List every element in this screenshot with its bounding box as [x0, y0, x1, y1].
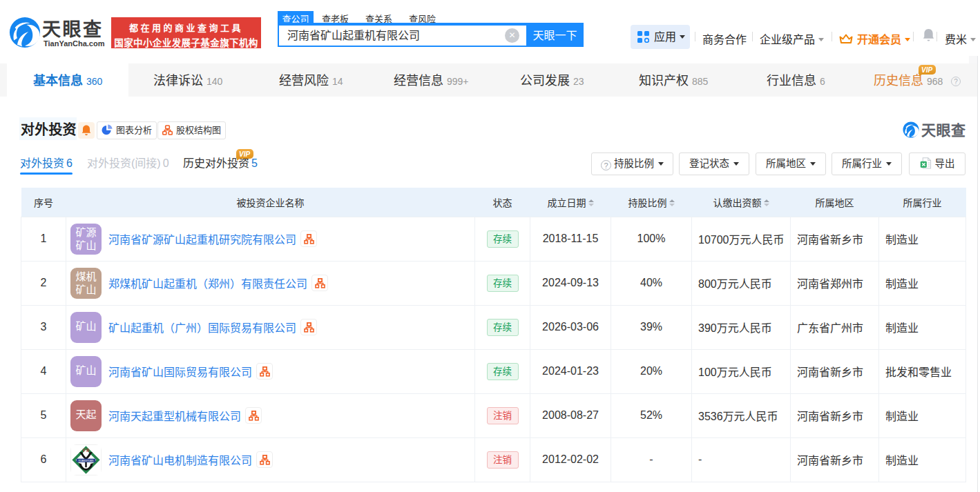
svg-text:矿源: 矿源: [83, 447, 90, 452]
svg-text:KUANGYUAN: KUANGYUAN: [79, 459, 94, 462]
